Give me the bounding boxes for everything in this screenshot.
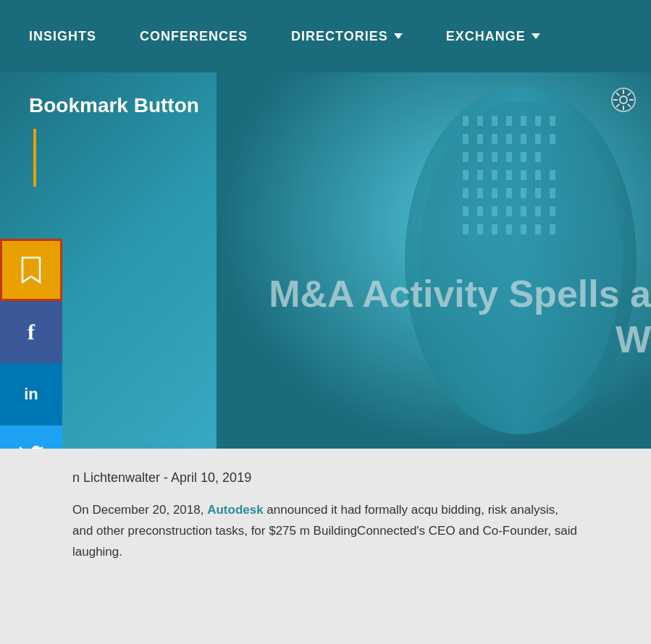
nav-item-directories[interactable]: DIRECTORIES (291, 29, 403, 44)
svg-rect-45 (477, 224, 483, 234)
linkedin-icon: in (24, 385, 38, 404)
svg-rect-47 (506, 224, 512, 234)
hero-title-line2: W (269, 317, 651, 362)
twitter-icon (18, 446, 44, 449)
nav-item-conferences[interactable]: CONFERENCES (140, 29, 248, 44)
exchange-arrow-icon (532, 33, 540, 39)
svg-rect-49 (535, 224, 541, 234)
article-meta: n Lichtenwalter - April 10, 2019 (72, 470, 579, 486)
svg-rect-50 (550, 224, 555, 234)
twitter-button[interactable] (0, 425, 62, 449)
svg-rect-44 (463, 224, 469, 234)
hero-vertical-line (33, 129, 36, 187)
linkedin-button[interactable]: in (0, 363, 62, 425)
bookmark-button[interactable] (0, 239, 62, 301)
facebook-button[interactable]: f (0, 301, 62, 363)
hero-title-line1: M&A Activity Spells a (269, 271, 651, 316)
social-sidebar: f in g+ (0, 239, 62, 449)
article-author-partial: n Lichtenwalter - April 10, 2019 (72, 470, 251, 485)
article-body: On December 20, 2018, Autodesk announced… (72, 500, 579, 563)
hero-article-title: M&A Activity Spells a W (269, 271, 651, 362)
svg-rect-48 (521, 224, 526, 234)
directories-label: DIRECTORIES (291, 29, 388, 44)
nav-item-insights[interactable]: INSIGHTS (29, 29, 96, 44)
hero-section: Bookmark Button M&A Activity Spells a W … (0, 72, 651, 449)
settings-icon[interactable] (610, 87, 637, 113)
exchange-label: EXCHANGE (446, 29, 526, 44)
hero-content: Bookmark Button (0, 72, 651, 208)
facebook-icon: f (28, 320, 35, 344)
hero-label: Bookmark Button (29, 94, 622, 117)
nav-item-exchange[interactable]: EXCHANGE (446, 29, 540, 44)
article-content: n Lichtenwalter - April 10, 2019 On Dece… (0, 449, 651, 644)
autodesk-link[interactable]: Autodesk (207, 503, 263, 517)
directories-arrow-icon (394, 33, 403, 39)
main-navigation: INSIGHTS CONFERENCES DIRECTORIES EXCHANG… (0, 0, 651, 72)
article-body-start: On December 20, 2018, (72, 503, 207, 517)
svg-rect-46 (492, 224, 497, 234)
